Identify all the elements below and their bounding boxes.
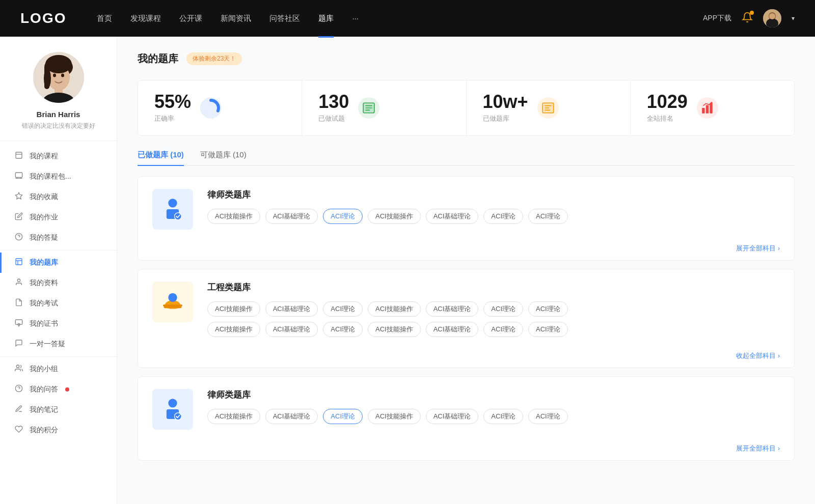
tag[interactable]: ACI基础理论 xyxy=(265,301,318,317)
tag[interactable]: ACI技能操作 xyxy=(207,301,260,317)
tag[interactable]: ACI理论 xyxy=(528,322,568,337)
stat-done-icon xyxy=(358,97,379,119)
sidebar-item-question-bank[interactable]: 我的题库 xyxy=(0,253,117,273)
svg-rect-54 xyxy=(163,304,182,306)
stat-done-banks-label: 已做题库 xyxy=(483,114,528,123)
sidebar-item-my-qa[interactable]: 我的问答 xyxy=(0,379,117,400)
nav-menu: 首页 发现课程 公开课 新闻资讯 问答社区 题库 ··· xyxy=(97,12,703,25)
sidebar-item-group[interactable]: 我的小组 xyxy=(0,359,117,379)
tag[interactable]: ACI基础理论 xyxy=(265,209,318,224)
bank-engineering-tags-row2: ACI技能操作 ACI基础理论 ACI理论 ACI技能操作 ACI基础理论 AC… xyxy=(207,322,780,337)
tag[interactable]: ACI基础理论 xyxy=(426,409,479,424)
sidebar-item-points[interactable]: 我的积分 xyxy=(0,420,117,440)
main-layout: Brian Harris 错误的决定比没有决定要好 我的课程 我的课程包... xyxy=(0,37,815,504)
trial-badge: 体验剩余23天！ xyxy=(186,52,242,65)
page-title: 我的题库 xyxy=(138,52,178,66)
tag[interactable]: ACI技能操作 xyxy=(368,322,421,337)
tag[interactable]: ACI技能操作 xyxy=(368,409,421,424)
tag[interactable]: ACI理论 xyxy=(483,409,523,424)
svg-rect-46 xyxy=(706,105,709,114)
tab-done-banks[interactable]: 已做题库 (10) xyxy=(138,150,184,165)
notification-bell[interactable] xyxy=(742,12,753,25)
svg-point-26 xyxy=(17,279,20,282)
sidebar-item-exam[interactable]: 我的考试 xyxy=(0,293,117,314)
app-download-button[interactable]: APP下载 xyxy=(703,14,731,23)
stat-rank-label: 全站排名 xyxy=(647,114,688,123)
nav-open-course[interactable]: 公开课 xyxy=(179,12,202,25)
lawyer-2-icon xyxy=(159,396,186,423)
tag[interactable]: ACI理论 xyxy=(323,322,363,337)
expand-lawyer-2-button[interactable]: 展开全部科目 › xyxy=(138,442,794,460)
svg-rect-16 xyxy=(15,173,22,177)
svg-rect-47 xyxy=(710,103,712,114)
tag[interactable]: ACI理论 xyxy=(528,409,568,424)
stat-done-questions: 130 已做试题 xyxy=(302,80,466,135)
sidebar-item-profile[interactable]: 我的资料 xyxy=(0,273,117,293)
1on1-icon xyxy=(14,339,23,349)
svg-rect-14 xyxy=(16,152,22,158)
bank-engineering-title: 工程类题库 xyxy=(207,282,780,293)
expand-lawyer-1-button[interactable]: 展开全部科目 › xyxy=(138,242,794,260)
bank-card-lawyer-1: 律师类题库 ACI技能操作 ACI基础理论 ACI理论 ACI技能操作 ACI基… xyxy=(138,176,795,261)
profile-name: Brian Harris xyxy=(37,110,80,119)
tag[interactable]: ACI理论 xyxy=(323,301,363,317)
svg-rect-45 xyxy=(702,108,704,114)
svg-point-50 xyxy=(174,213,181,220)
sidebar-item-course-packages[interactable]: 我的课程包... xyxy=(0,166,117,187)
tag[interactable]: ACI理论 xyxy=(528,301,568,317)
svg-point-57 xyxy=(174,413,181,420)
nav-home[interactable]: 首页 xyxy=(97,12,112,25)
sidebar-item-certificate[interactable]: 我的证书 xyxy=(0,314,117,334)
sidebar-nav: 我的课程 我的课程包... 我的收藏 我的作业 xyxy=(0,141,117,445)
tag[interactable]: ACI技能操作 xyxy=(207,322,260,337)
sidebar-item-courses[interactable]: 我的课程 xyxy=(0,146,117,166)
stat-banks-icon xyxy=(537,97,559,119)
user-menu-chevron[interactable]: ▾ xyxy=(792,15,795,22)
nav-discover[interactable]: 发现课程 xyxy=(130,12,161,25)
engineering-icon xyxy=(159,289,186,315)
courses-icon xyxy=(14,151,23,161)
sidebar-item-notes[interactable]: 我的笔记 xyxy=(0,400,117,420)
bank-card-engineering: 工程类题库 ACI技能操作 ACI基础理论 ACI理论 ACI技能操作 ACI基… xyxy=(138,269,795,368)
bank-lawyer-2-icon-wrap xyxy=(152,389,193,430)
bank-engineering-icon-wrap xyxy=(152,282,193,322)
tag-active[interactable]: ACI理论 xyxy=(323,409,363,424)
tag[interactable]: ACI基础理论 xyxy=(265,322,318,337)
nav-qa[interactable]: 问答社区 xyxy=(269,12,300,25)
sidebar-item-favorites[interactable]: 我的收藏 xyxy=(0,187,117,207)
tag[interactable]: ACI理论 xyxy=(528,209,568,224)
collapse-engineering-button[interactable]: 收起全部科目 › xyxy=(138,349,794,368)
svg-point-3 xyxy=(769,13,775,19)
tab-available-banks[interactable]: 可做题库 (10) xyxy=(200,150,247,165)
sidebar-item-label: 我的题库 xyxy=(30,258,58,267)
sidebar-item-1on1[interactable]: 一对一答疑 xyxy=(0,334,117,354)
notification-dot xyxy=(750,11,754,15)
nav-news[interactable]: 新闻资讯 xyxy=(221,12,251,25)
sidebar-item-homework[interactable]: 我的作业 xyxy=(0,207,117,228)
favorites-icon xyxy=(14,192,23,202)
tag[interactable]: ACI理论 xyxy=(483,301,523,317)
nav-more[interactable]: ··· xyxy=(352,12,359,25)
tag[interactable]: ACI理论 xyxy=(483,322,523,337)
sidebar-item-label: 我的问答 xyxy=(30,385,58,394)
svg-point-48 xyxy=(168,199,177,207)
sidebar-item-label: 我的笔记 xyxy=(30,405,58,414)
tag[interactable]: ACI基础理论 xyxy=(426,301,479,317)
tag[interactable]: ACI技能操作 xyxy=(368,301,421,317)
stat-done-banks-number: 10w+ xyxy=(483,93,528,111)
questionbank-icon xyxy=(14,258,23,268)
tag[interactable]: ACI理论 xyxy=(483,209,523,224)
tag[interactable]: ACI基础理论 xyxy=(426,209,479,224)
tag[interactable]: ACI技能操作 xyxy=(368,209,421,224)
tag-active[interactable]: ACI理论 xyxy=(323,209,363,224)
sidebar-item-qa[interactable]: 我的答疑 xyxy=(0,228,117,248)
tag[interactable]: ACI技能操作 xyxy=(207,209,260,224)
stat-done-questions-label: 已做试题 xyxy=(318,114,349,123)
nav-questionbank[interactable]: 题库 xyxy=(318,12,334,25)
logo[interactable]: LOGO xyxy=(20,10,66,26)
tag[interactable]: ACI基础理论 xyxy=(426,322,479,337)
tag[interactable]: ACI技能操作 xyxy=(207,409,260,424)
user-avatar[interactable] xyxy=(763,9,781,27)
sidebar-item-label: 我的证书 xyxy=(30,319,58,328)
tag[interactable]: ACI基础理论 xyxy=(265,409,318,424)
